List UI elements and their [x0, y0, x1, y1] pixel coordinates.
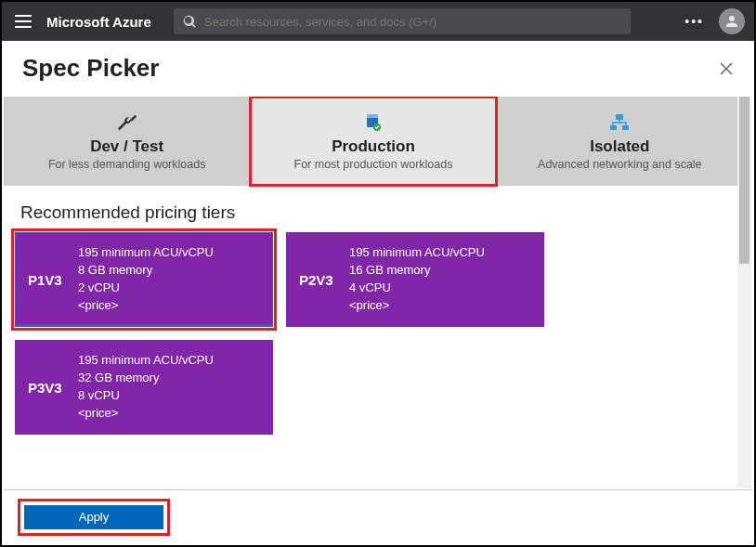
- vertical-scrollbar[interactable]: [737, 97, 751, 488]
- user-avatar[interactable]: [719, 8, 745, 34]
- tools-icon: [117, 111, 137, 134]
- tier-vcpu: 8 vCPU: [78, 387, 214, 405]
- svg-rect-5: [622, 125, 629, 130]
- page-title: Spec Picker: [22, 54, 159, 83]
- tier-vcpu: 4 vCPU: [349, 280, 485, 297]
- tier-specs: 195 minimum ACU/vCPU 8 GB memory 2 vCPU …: [78, 244, 214, 314]
- tier-memory: 16 GB memory: [349, 262, 485, 280]
- recommended-heading: Recommended pricing tiers: [4, 186, 743, 232]
- pricing-tier-card[interactable]: P3V3 195 minimum ACU/vCPU 32 GB memory 8…: [15, 340, 273, 435]
- pricing-tier-card[interactable]: P2V3 195 minimum ACU/vCPU 16 GB memory 4…: [286, 232, 544, 327]
- tab-label: Isolated: [590, 137, 649, 156]
- tab-label: Dev / Test: [90, 137, 163, 156]
- tab-devtest[interactable]: Dev / Test For less demanding workloads: [4, 97, 250, 186]
- tab-isolated[interactable]: Isolated Advanced networking and scale: [497, 97, 743, 186]
- close-icon: [719, 61, 734, 76]
- tier-specs: 195 minimum ACU/vCPU 16 GB memory 4 vCPU…: [349, 244, 485, 314]
- menu-icon[interactable]: [11, 11, 32, 32]
- blade-titlebar: Spec Picker: [2, 41, 754, 92]
- overflow-menu-icon[interactable]: •••: [684, 14, 704, 29]
- tab-subtitle: For most production workloads: [294, 158, 453, 171]
- tier-sku: P3V3: [28, 380, 78, 396]
- category-tabs: Dev / Test For less demanding workloads …: [4, 97, 743, 186]
- brand-label: Microsoft Azure: [46, 14, 151, 30]
- tier-specs: 195 minimum ACU/vCPU 32 GB memory 8 vCPU…: [78, 352, 214, 422]
- tier-memory: 32 GB memory: [78, 370, 214, 387]
- person-icon: [723, 13, 740, 30]
- server-icon: [364, 111, 383, 134]
- tier-memory: 8 GB memory: [78, 262, 214, 280]
- tier-price: <price>: [349, 297, 485, 315]
- tier-price: <price>: [78, 297, 214, 315]
- search-input[interactable]: [204, 15, 621, 29]
- svg-rect-4: [610, 125, 617, 130]
- global-search[interactable]: [174, 8, 631, 34]
- tab-production[interactable]: Production For most production workloads: [250, 97, 496, 186]
- tier-acu: 195 minimum ACU/vCPU: [349, 244, 485, 262]
- content-scroll[interactable]: Dev / Test For less demanding workloads …: [4, 97, 752, 488]
- pricing-tier-grid: P1V3 195 minimum ACU/vCPU 8 GB memory 2 …: [4, 232, 743, 435]
- search-icon: [183, 15, 197, 29]
- tab-subtitle: Advanced networking and scale: [538, 158, 702, 171]
- tier-acu: 195 minimum ACU/vCPU: [78, 352, 214, 370]
- action-bar: Apply: [4, 489, 752, 543]
- scrollbar-thumb[interactable]: [739, 97, 749, 264]
- tab-subtitle: For less demanding workloads: [48, 158, 206, 171]
- tier-price: <price>: [78, 405, 214, 423]
- tab-label: Production: [332, 137, 415, 156]
- azure-topbar: Microsoft Azure •••: [2, 2, 754, 41]
- apply-highlight: Apply: [20, 501, 167, 533]
- tier-vcpu: 2 vCPU: [78, 280, 214, 297]
- pricing-tier-card[interactable]: P1V3 195 minimum ACU/vCPU 8 GB memory 2 …: [15, 232, 273, 327]
- svg-rect-1: [367, 114, 378, 118]
- tier-sku: P1V3: [28, 272, 78, 288]
- svg-rect-3: [616, 114, 623, 120]
- close-button[interactable]: [719, 61, 734, 76]
- tier-acu: 195 minimum ACU/vCPU: [78, 244, 214, 262]
- tier-sku: P2V3: [299, 272, 349, 288]
- network-icon: [609, 111, 630, 134]
- apply-button[interactable]: Apply: [24, 505, 163, 529]
